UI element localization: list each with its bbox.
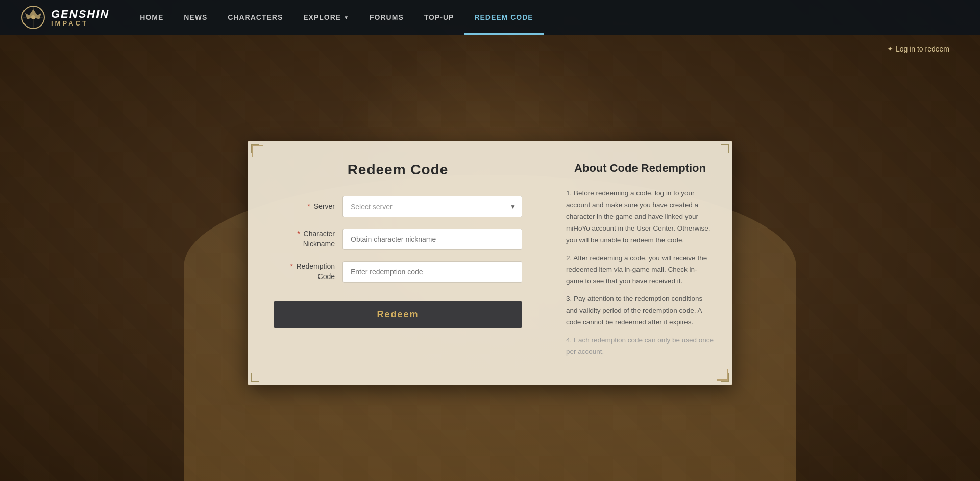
logo-icon — [20, 5, 46, 30]
main-content: ✦ Log in to redeem Redeem Code * Server … — [0, 35, 980, 481]
about-text: 1. Before redeeming a code, log in to yo… — [566, 188, 714, 358]
card-left-panel: Redeem Code * Server Select server Ameri… — [248, 141, 548, 385]
logo-name: Genshin — [51, 9, 109, 20]
login-star-icon: ✦ — [887, 45, 893, 53]
nav-item-topup[interactable]: TOP-UP — [414, 0, 464, 35]
corner-decoration-tl — [251, 144, 259, 153]
server-field-group: * Server Select server America Europe As… — [274, 196, 522, 217]
nickname-label: * CharacterNickname — [274, 229, 335, 249]
nickname-input[interactable] — [342, 229, 522, 250]
server-select-wrapper: Select server America Europe Asia SAR ▼ — [342, 196, 522, 217]
redeem-card: Redeem Code * Server Select server Ameri… — [248, 141, 732, 385]
corner-decoration-br — [721, 373, 729, 382]
login-link-text: Log in to redeem — [896, 45, 949, 53]
logo-subtitle: IMPACT — [51, 20, 109, 27]
about-point-1: 1. Before redeeming a code, log in to yo… — [566, 188, 714, 246]
about-point-3: 3. Pay attention to the redemption condi… — [566, 293, 714, 328]
explore-dropdown-arrow: ▼ — [344, 15, 349, 20]
nav-item-forums[interactable]: FORUMS — [359, 0, 414, 35]
redeem-button[interactable]: Redeem — [274, 301, 522, 328]
about-title: About Code Redemption — [566, 162, 714, 175]
corner-decoration-bl — [251, 373, 259, 382]
code-input[interactable] — [342, 261, 522, 283]
nav-links: HOME NEWS CHARACTERS EXPLORE ▼ FORUMS TO… — [130, 0, 960, 35]
nav-item-explore[interactable]: EXPLORE ▼ — [293, 0, 359, 35]
card-right-panel: About Code Redemption 1. Before redeemin… — [548, 141, 732, 385]
about-point-4: 4. Each redemption code can only be used… — [566, 335, 714, 358]
nav-item-home[interactable]: HOME — [130, 0, 174, 35]
nav-item-news[interactable]: NEWS — [174, 0, 217, 35]
server-label: * Server — [274, 201, 335, 212]
redeem-card-title: Redeem Code — [348, 162, 449, 178]
login-link[interactable]: ✦ Log in to redeem — [887, 45, 949, 53]
code-label: * RedemptionCode — [274, 262, 335, 282]
corner-decoration-tr — [721, 144, 729, 153]
nickname-required-star: * — [297, 230, 300, 238]
nickname-field-group: * CharacterNickname — [274, 229, 522, 250]
navbar: Genshin IMPACT HOME NEWS CHARACTERS EXPL… — [0, 0, 980, 35]
nav-item-characters[interactable]: CHARACTERS — [217, 0, 293, 35]
server-required-star: * — [307, 202, 310, 210]
logo[interactable]: Genshin IMPACT — [20, 5, 109, 30]
code-required-star: * — [290, 262, 292, 270]
code-field-group: * RedemptionCode — [274, 261, 522, 283]
nav-item-redeem[interactable]: REDEEM CODE — [464, 0, 543, 35]
server-select[interactable]: Select server America Europe Asia SAR — [342, 196, 522, 217]
about-point-2: 2. After redeeming a code, you will rece… — [566, 252, 714, 288]
